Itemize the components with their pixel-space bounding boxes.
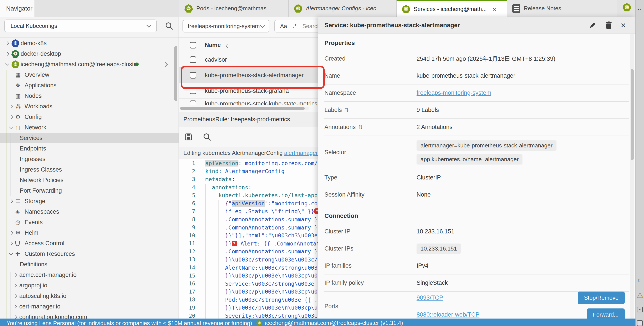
sidebar-item-events[interactable]: ◷Events (0, 217, 178, 228)
sidebar-item-network[interactable]: ↑↓Network (0, 122, 178, 133)
namespace-link[interactable]: freeleaps-monitoring-system (416, 90, 491, 96)
port-link[interactable]: 9093/TCP (416, 294, 443, 301)
chevron-right-icon[interactable] (9, 231, 13, 235)
sidebar-item-custom-resources[interactable]: ✚Custom Resources (0, 248, 178, 259)
port-link[interactable]: 8080:reloader-web/TCP (416, 311, 480, 318)
sort-icon[interactable]: ⇅ (358, 124, 363, 130)
sidebar-item-label: Events (24, 219, 43, 226)
name-column-header[interactable]: Name (205, 42, 221, 48)
tab-label: Alertmanager Configs - icec... (306, 5, 381, 12)
drawer-scrollbar-thumb[interactable] (630, 69, 634, 160)
select-all-checkbox[interactable] (190, 42, 196, 48)
sidebar-item-port-forwarding[interactable]: Port Forwarding (0, 186, 178, 196)
sidebar-item-ingress-classes[interactable]: Ingress Classes (0, 164, 178, 175)
sidebar-item-acme-cert-manager-io[interactable]: acme.cert-manager.io (0, 270, 178, 280)
port-action-button[interactable]: Forward... (587, 308, 625, 318)
connected-cluster-status[interactable]: ☸ icecheng@mathmast.com@freeleaps-cluste… (256, 320, 403, 326)
config-icon: ⚙ (15, 114, 24, 120)
kubeconfig-select[interactable]: Local Kubeconfigs (4, 20, 157, 32)
applications-icon: ❖ (15, 82, 24, 89)
match-case-icon[interactable]: Aa (280, 23, 287, 30)
overflow-tab[interactable]: ☸ (623, 3, 631, 12)
property-value: kube-prometheus-stack-alertmanager (416, 72, 515, 79)
sidebar-item-autoscaling-k8s-io[interactable]: autoscaling.k8s.io (0, 291, 178, 301)
row-checkbox[interactable] (190, 56, 196, 63)
code-segment: }})\u003c/p\u003e\n\u003cp\u00 (225, 304, 324, 311)
sidebar-scrollbar[interactable] (174, 46, 177, 101)
sidebar-item-configuration-konghq-com[interactable]: configuration.konghq.com (0, 312, 178, 318)
sidebar-item-config[interactable]: ⚙Config (0, 112, 178, 122)
chevron-down-icon[interactable] (9, 125, 13, 129)
back-arrow-icon[interactable]: ‹ (638, 276, 640, 284)
code-segment: : (238, 160, 245, 166)
chevron-right-icon[interactable] (13, 304, 17, 308)
edit-pencil-icon[interactable] (589, 21, 596, 29)
sidebar-item-namespaces[interactable]: ◈Namespaces (0, 206, 178, 217)
sidebar-item-ingresses[interactable]: Ingresses (0, 154, 178, 164)
tab-services-icecheng-math[interactable]: ☸Services - icecheng@math...× (396, 0, 507, 17)
nodes-icon: ▥ (15, 92, 24, 100)
sidebar-item-endpoints[interactable]: Endpoints (0, 143, 178, 154)
tab-release-notes[interactable]: Release Notes (507, 0, 617, 17)
sidebar-item-access-control[interactable]: Access Control (0, 238, 178, 248)
row-checkbox[interactable] (190, 72, 196, 78)
row-checkbox[interactable] (190, 100, 196, 105)
namespace-select[interactable]: freeleaps-monitoring-system (182, 20, 269, 32)
chevron-right-icon[interactable] (164, 61, 167, 68)
regex-icon[interactable]: .* (293, 23, 296, 30)
sidebar-item-overview[interactable]: ▦Overview (0, 70, 178, 80)
service-name: kube-prometheus-stack-alertmanager (205, 72, 304, 79)
panel-button[interactable] (637, 320, 643, 326)
sidebar-item-cert-manager-io[interactable]: cert-manager.io (0, 301, 178, 312)
search-icon[interactable] (165, 22, 173, 30)
chevron-right-icon[interactable] (5, 41, 9, 45)
close-icon[interactable]: × (621, 21, 626, 30)
line-number: 20 (179, 313, 195, 318)
cluster-status-text: icecheng@mathmast.com@freeleaps-cluster … (265, 320, 403, 326)
row-checkbox[interactable] (190, 88, 196, 94)
chevron-right-icon[interactable] (9, 104, 13, 108)
shield-icon (15, 241, 20, 246)
tab-alertmanager-configs-icec[interactable]: ☸Alertmanager Configs - icec... (289, 0, 396, 17)
sidebar-item-applications[interactable]: ❖Applications (0, 80, 178, 90)
chevron-right-icon[interactable] (9, 199, 13, 203)
sidebar-item-helm[interactable]: ☸Helm (0, 228, 178, 238)
service-name: cadvisor (205, 56, 227, 63)
chevron-right-icon[interactable] (13, 294, 17, 298)
chevron-right-icon[interactable] (13, 273, 17, 277)
sidebar-item-label: Nodes (24, 92, 42, 100)
horizontal-scrollbar-thumb[interactable] (180, 107, 305, 110)
sidebar-item-definitions[interactable]: Definitions (0, 259, 178, 270)
sidebar-item-workloads[interactable]: ⁂Workloads (0, 101, 178, 112)
save-icon[interactable] (184, 133, 192, 141)
chevron-right-icon[interactable] (9, 241, 13, 245)
sidebar-item-demo-k8s[interactable]: ☸demo-k8s (0, 38, 178, 48)
chevron-right-icon[interactable] (9, 115, 13, 119)
delete-trash-icon[interactable] (605, 21, 612, 29)
sort-asc-icon[interactable] (226, 44, 230, 48)
sidebar-item-services[interactable]: Services (0, 133, 178, 143)
sidebar-item-nodes[interactable]: ▥Nodes (0, 90, 178, 101)
tab-pods-icecheng-mathmas[interactable]: ☸Pods - icecheng@mathmas... (179, 0, 289, 17)
sidebar-item-network-policies[interactable]: Network Policies (0, 175, 178, 186)
property-row-cluster-ip: Cluster IP10.233.16.151 (324, 223, 629, 240)
chevron-right-icon[interactable] (5, 52, 9, 56)
zoom-out-button[interactable]: - (637, 307, 643, 312)
editor-search-icon[interactable] (203, 133, 211, 141)
close-icon[interactable]: × (492, 6, 496, 13)
chevron-right-icon[interactable] (13, 284, 17, 288)
code-segment: : (232, 176, 235, 182)
chevron-down-icon[interactable] (5, 62, 9, 66)
alarm-emoji-icon (232, 241, 237, 246)
sidebar-item-argoproj-io[interactable]: argoproj.io (0, 280, 178, 291)
sidebar-item-icecheng-mathmast-com-freeleaps-cluster[interactable]: ☸icecheng@mathmast.com@freeleaps-cluster (0, 59, 178, 70)
horizontal-scrollbar[interactable] (180, 107, 309, 110)
property-label-text: Created (324, 55, 346, 62)
sidebar-item-docker-desktop[interactable]: ☸docker-desktop (0, 48, 178, 59)
chevron-down-icon[interactable] (9, 251, 13, 255)
sidebar-item-storage[interactable]: ☰Storage (0, 196, 178, 206)
chevron-right-icon[interactable] (13, 315, 17, 318)
sort-icon[interactable]: ⇅ (344, 107, 349, 113)
port-action-button[interactable]: Stop/Remove (578, 292, 625, 304)
editing-resource-link[interactable]: alertmanager (284, 150, 318, 156)
